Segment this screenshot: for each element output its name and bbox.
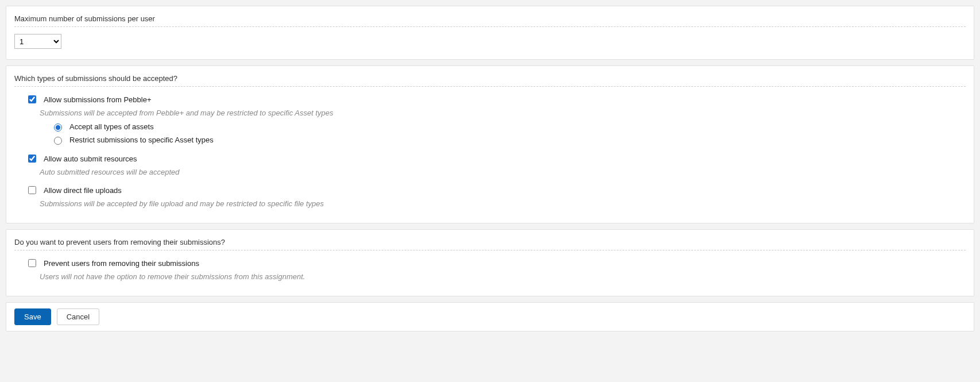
prevent-remove-label: Prevent users from removing their submis… bbox=[44, 259, 199, 268]
allow-direct-checkbox[interactable] bbox=[28, 186, 36, 194]
restrict-radio[interactable] bbox=[54, 137, 62, 145]
asset-type-radio-group: Accept all types of assets Restrict subm… bbox=[51, 122, 966, 145]
divider bbox=[14, 26, 966, 27]
allow-direct-group: Allow direct file uploads Submissions wi… bbox=[26, 184, 966, 208]
accept-all-radio[interactable] bbox=[54, 124, 62, 132]
submission-types-panel: Which types of submissions should be acc… bbox=[6, 65, 974, 223]
prevent-remove-group: Prevent users from removing their submis… bbox=[26, 257, 966, 281]
allow-pebble-desc: Submissions will be accepted from Pebble… bbox=[40, 109, 966, 117]
allow-auto-label: Allow auto submit resources bbox=[44, 155, 137, 163]
restrict-label: Restrict submissions to specific Asset t… bbox=[69, 136, 214, 144]
prevent-remove-row: Prevent users from removing their submis… bbox=[26, 257, 966, 269]
save-button[interactable]: Save bbox=[14, 308, 51, 325]
allow-pebble-label: Allow submissions from Pebble+ bbox=[44, 95, 152, 104]
accept-all-label: Accept all types of assets bbox=[69, 122, 154, 131]
action-bar: Save Cancel bbox=[6, 302, 974, 331]
allow-direct-row: Allow direct file uploads bbox=[26, 184, 966, 196]
prevent-remove-desc: Users will not have the option to remove… bbox=[40, 272, 966, 281]
allow-direct-label: Allow direct file uploads bbox=[44, 186, 122, 195]
divider bbox=[14, 86, 966, 87]
prevent-remove-checkbox[interactable] bbox=[28, 259, 36, 267]
submission-types-title: Which types of submissions should be acc… bbox=[14, 74, 966, 83]
max-submissions-select[interactable]: 1 bbox=[14, 34, 61, 49]
allow-direct-desc: Submissions will be accepted by file upl… bbox=[40, 199, 966, 208]
prevent-remove-title: Do you want to prevent users from removi… bbox=[14, 238, 966, 246]
allow-auto-desc: Auto submitted resources will be accepte… bbox=[40, 168, 966, 176]
max-submissions-panel: Maximum number of submissions per user 1 bbox=[6, 6, 974, 60]
accept-all-row: Accept all types of assets bbox=[51, 122, 966, 132]
allow-pebble-group: Allow submissions from Pebble+ Submissio… bbox=[26, 94, 966, 145]
allow-auto-row: Allow auto submit resources bbox=[26, 153, 966, 164]
allow-pebble-checkbox[interactable] bbox=[28, 95, 36, 103]
cancel-button[interactable]: Cancel bbox=[57, 308, 99, 325]
max-submissions-title: Maximum number of submissions per user bbox=[14, 14, 966, 23]
prevent-remove-panel: Do you want to prevent users from removi… bbox=[6, 229, 974, 296]
allow-pebble-row: Allow submissions from Pebble+ bbox=[26, 94, 966, 105]
divider bbox=[14, 250, 966, 250]
restrict-row: Restrict submissions to specific Asset t… bbox=[51, 135, 966, 145]
allow-auto-group: Allow auto submit resources Auto submitt… bbox=[26, 153, 966, 176]
allow-auto-checkbox[interactable] bbox=[28, 155, 36, 163]
